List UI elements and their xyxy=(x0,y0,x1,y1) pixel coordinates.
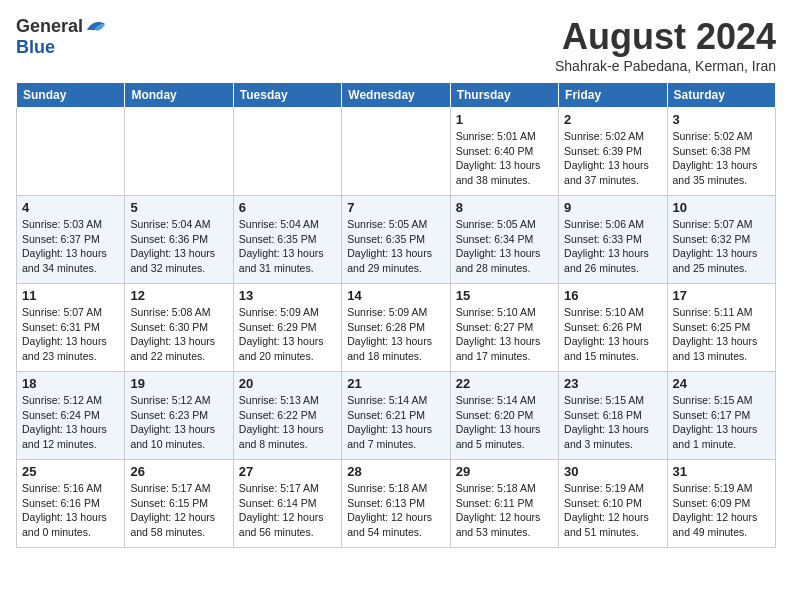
day-info: Sunrise: 5:10 AM Sunset: 6:26 PM Dayligh… xyxy=(564,305,661,364)
day-info: Sunrise: 5:03 AM Sunset: 6:37 PM Dayligh… xyxy=(22,217,119,276)
day-info: Sunrise: 5:01 AM Sunset: 6:40 PM Dayligh… xyxy=(456,129,553,188)
day-info: Sunrise: 5:10 AM Sunset: 6:27 PM Dayligh… xyxy=(456,305,553,364)
day-info: Sunrise: 5:05 AM Sunset: 6:35 PM Dayligh… xyxy=(347,217,444,276)
day-info: Sunrise: 5:04 AM Sunset: 6:36 PM Dayligh… xyxy=(130,217,227,276)
day-info: Sunrise: 5:14 AM Sunset: 6:20 PM Dayligh… xyxy=(456,393,553,452)
day-info: Sunrise: 5:15 AM Sunset: 6:17 PM Dayligh… xyxy=(673,393,770,452)
calendar-cell: 28Sunrise: 5:18 AM Sunset: 6:13 PM Dayli… xyxy=(342,460,450,548)
day-info: Sunrise: 5:12 AM Sunset: 6:23 PM Dayligh… xyxy=(130,393,227,452)
day-info: Sunrise: 5:12 AM Sunset: 6:24 PM Dayligh… xyxy=(22,393,119,452)
day-number: 4 xyxy=(22,200,119,215)
logo: General Blue xyxy=(16,16,107,58)
day-info: Sunrise: 5:19 AM Sunset: 6:09 PM Dayligh… xyxy=(673,481,770,540)
weekday-header-friday: Friday xyxy=(559,83,667,108)
calendar-cell: 31Sunrise: 5:19 AM Sunset: 6:09 PM Dayli… xyxy=(667,460,775,548)
calendar-cell: 14Sunrise: 5:09 AM Sunset: 6:28 PM Dayli… xyxy=(342,284,450,372)
week-row-1: 1Sunrise: 5:01 AM Sunset: 6:40 PM Daylig… xyxy=(17,108,776,196)
calendar-cell: 24Sunrise: 5:15 AM Sunset: 6:17 PM Dayli… xyxy=(667,372,775,460)
title-area: August 2024 Shahrak-e Pabedana, Kerman, … xyxy=(555,16,776,74)
calendar-cell: 25Sunrise: 5:16 AM Sunset: 6:16 PM Dayli… xyxy=(17,460,125,548)
month-year: August 2024 xyxy=(555,16,776,58)
weekday-header-wednesday: Wednesday xyxy=(342,83,450,108)
day-number: 30 xyxy=(564,464,661,479)
calendar-cell: 27Sunrise: 5:17 AM Sunset: 6:14 PM Dayli… xyxy=(233,460,341,548)
calendar-cell: 17Sunrise: 5:11 AM Sunset: 6:25 PM Dayli… xyxy=(667,284,775,372)
day-info: Sunrise: 5:06 AM Sunset: 6:33 PM Dayligh… xyxy=(564,217,661,276)
weekday-header-tuesday: Tuesday xyxy=(233,83,341,108)
weekday-header-saturday: Saturday xyxy=(667,83,775,108)
week-row-4: 18Sunrise: 5:12 AM Sunset: 6:24 PM Dayli… xyxy=(17,372,776,460)
calendar-cell: 12Sunrise: 5:08 AM Sunset: 6:30 PM Dayli… xyxy=(125,284,233,372)
day-number: 14 xyxy=(347,288,444,303)
day-number: 24 xyxy=(673,376,770,391)
day-number: 10 xyxy=(673,200,770,215)
day-info: Sunrise: 5:09 AM Sunset: 6:28 PM Dayligh… xyxy=(347,305,444,364)
calendar-cell: 23Sunrise: 5:15 AM Sunset: 6:18 PM Dayli… xyxy=(559,372,667,460)
day-info: Sunrise: 5:05 AM Sunset: 6:34 PM Dayligh… xyxy=(456,217,553,276)
day-number: 28 xyxy=(347,464,444,479)
day-number: 16 xyxy=(564,288,661,303)
calendar-table: SundayMondayTuesdayWednesdayThursdayFrid… xyxy=(16,82,776,548)
day-number: 8 xyxy=(456,200,553,215)
day-info: Sunrise: 5:16 AM Sunset: 6:16 PM Dayligh… xyxy=(22,481,119,540)
calendar-cell: 4Sunrise: 5:03 AM Sunset: 6:37 PM Daylig… xyxy=(17,196,125,284)
calendar-cell: 5Sunrise: 5:04 AM Sunset: 6:36 PM Daylig… xyxy=(125,196,233,284)
day-number: 19 xyxy=(130,376,227,391)
day-number: 1 xyxy=(456,112,553,127)
day-number: 31 xyxy=(673,464,770,479)
day-info: Sunrise: 5:18 AM Sunset: 6:11 PM Dayligh… xyxy=(456,481,553,540)
calendar-cell xyxy=(233,108,341,196)
day-info: Sunrise: 5:14 AM Sunset: 6:21 PM Dayligh… xyxy=(347,393,444,452)
week-row-2: 4Sunrise: 5:03 AM Sunset: 6:37 PM Daylig… xyxy=(17,196,776,284)
day-info: Sunrise: 5:19 AM Sunset: 6:10 PM Dayligh… xyxy=(564,481,661,540)
calendar-cell: 9Sunrise: 5:06 AM Sunset: 6:33 PM Daylig… xyxy=(559,196,667,284)
weekday-header-sunday: Sunday xyxy=(17,83,125,108)
calendar-cell xyxy=(125,108,233,196)
day-number: 22 xyxy=(456,376,553,391)
day-number: 6 xyxy=(239,200,336,215)
day-info: Sunrise: 5:17 AM Sunset: 6:15 PM Dayligh… xyxy=(130,481,227,540)
calendar-cell: 18Sunrise: 5:12 AM Sunset: 6:24 PM Dayli… xyxy=(17,372,125,460)
calendar-cell: 22Sunrise: 5:14 AM Sunset: 6:20 PM Dayli… xyxy=(450,372,558,460)
day-info: Sunrise: 5:18 AM Sunset: 6:13 PM Dayligh… xyxy=(347,481,444,540)
logo-bird-icon xyxy=(85,18,107,36)
day-info: Sunrise: 5:02 AM Sunset: 6:39 PM Dayligh… xyxy=(564,129,661,188)
calendar-cell: 2Sunrise: 5:02 AM Sunset: 6:39 PM Daylig… xyxy=(559,108,667,196)
day-info: Sunrise: 5:11 AM Sunset: 6:25 PM Dayligh… xyxy=(673,305,770,364)
calendar-cell: 21Sunrise: 5:14 AM Sunset: 6:21 PM Dayli… xyxy=(342,372,450,460)
day-number: 27 xyxy=(239,464,336,479)
calendar-cell xyxy=(342,108,450,196)
logo-general-text: General xyxy=(16,16,83,37)
day-number: 12 xyxy=(130,288,227,303)
day-number: 21 xyxy=(347,376,444,391)
day-number: 13 xyxy=(239,288,336,303)
day-number: 23 xyxy=(564,376,661,391)
day-number: 18 xyxy=(22,376,119,391)
day-number: 7 xyxy=(347,200,444,215)
day-number: 25 xyxy=(22,464,119,479)
day-number: 26 xyxy=(130,464,227,479)
weekday-header-monday: Monday xyxy=(125,83,233,108)
calendar-cell: 20Sunrise: 5:13 AM Sunset: 6:22 PM Dayli… xyxy=(233,372,341,460)
day-number: 9 xyxy=(564,200,661,215)
day-info: Sunrise: 5:17 AM Sunset: 6:14 PM Dayligh… xyxy=(239,481,336,540)
day-number: 11 xyxy=(22,288,119,303)
day-info: Sunrise: 5:15 AM Sunset: 6:18 PM Dayligh… xyxy=(564,393,661,452)
day-info: Sunrise: 5:07 AM Sunset: 6:32 PM Dayligh… xyxy=(673,217,770,276)
calendar-cell: 7Sunrise: 5:05 AM Sunset: 6:35 PM Daylig… xyxy=(342,196,450,284)
day-info: Sunrise: 5:13 AM Sunset: 6:22 PM Dayligh… xyxy=(239,393,336,452)
weekday-header-thursday: Thursday xyxy=(450,83,558,108)
calendar-cell: 30Sunrise: 5:19 AM Sunset: 6:10 PM Dayli… xyxy=(559,460,667,548)
calendar-cell: 3Sunrise: 5:02 AM Sunset: 6:38 PM Daylig… xyxy=(667,108,775,196)
calendar-cell: 1Sunrise: 5:01 AM Sunset: 6:40 PM Daylig… xyxy=(450,108,558,196)
calendar-cell: 11Sunrise: 5:07 AM Sunset: 6:31 PM Dayli… xyxy=(17,284,125,372)
week-row-5: 25Sunrise: 5:16 AM Sunset: 6:16 PM Dayli… xyxy=(17,460,776,548)
day-number: 17 xyxy=(673,288,770,303)
header: General Blue August 2024 Shahrak-e Pabed… xyxy=(16,16,776,74)
day-number: 3 xyxy=(673,112,770,127)
day-number: 20 xyxy=(239,376,336,391)
logo-blue-text: Blue xyxy=(16,37,55,58)
day-number: 29 xyxy=(456,464,553,479)
day-info: Sunrise: 5:02 AM Sunset: 6:38 PM Dayligh… xyxy=(673,129,770,188)
week-row-3: 11Sunrise: 5:07 AM Sunset: 6:31 PM Dayli… xyxy=(17,284,776,372)
